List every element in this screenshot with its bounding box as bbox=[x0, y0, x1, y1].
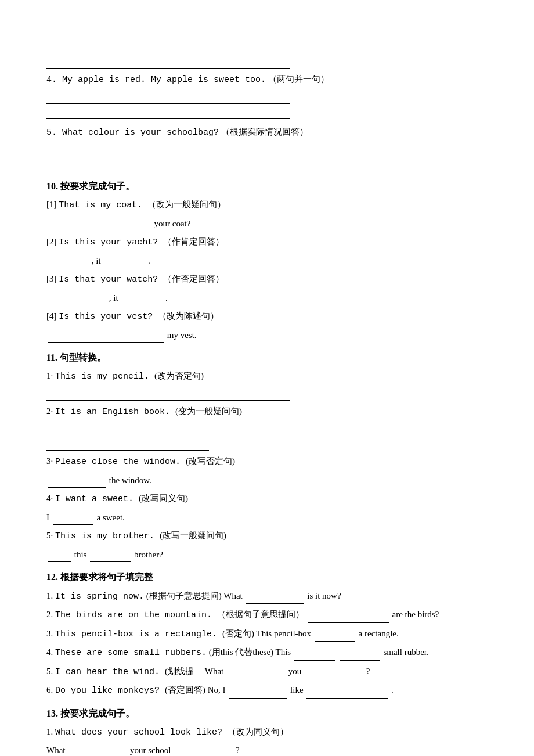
s11-q2: 2· It is an English book. (变为一般疑问句) bbox=[46, 404, 488, 420]
s12-q1: 1. It is spring now. (根据句子意思提问) What is … bbox=[46, 589, 488, 604]
q4-text: 4. My apple is red. My apple is sweet to… bbox=[46, 72, 488, 88]
s10-q3-text: , it bbox=[109, 293, 121, 303]
q5-instruction: （根据实际情况回答） bbox=[221, 127, 308, 136]
question-5: 5. What colour is your schoolbag? （根据实际情… bbox=[46, 125, 488, 172]
s10-q2: [2] Is this your yacht? （作肯定回答） bbox=[46, 235, 488, 250]
section-10: 10. 按要求完成句子。 [1] That is my coat. （改为一般疑… bbox=[46, 178, 488, 343]
s11-q3-sentence: Please close the window. bbox=[55, 457, 186, 467]
s10-q4-id: [4] bbox=[46, 311, 57, 321]
s10-q4-instruction: （改为陈述句） bbox=[158, 311, 219, 321]
s11-q4-i: I bbox=[46, 513, 49, 522]
s12-q3-blank bbox=[315, 641, 355, 642]
s12-q2: 2. The birds are on the mountain. （根据句子意… bbox=[46, 607, 488, 623]
s10-q2-answer: , it . bbox=[46, 254, 488, 269]
s12-q4-instruction: (用this 代替these) bbox=[209, 647, 276, 657]
s11-q2-num: 2· bbox=[46, 406, 53, 416]
section-12-title: 12. 根据要求将句子填完整 bbox=[46, 569, 488, 585]
s10-q3-instruction: （作否定回答） bbox=[163, 274, 224, 283]
s12-q6-blank1 bbox=[229, 698, 287, 699]
s11-q3-instruction: (改写否定句) bbox=[186, 456, 235, 466]
s11-q4-sentence: I want a sweet. bbox=[55, 494, 139, 504]
section-11: 11. 句型转换。 1· This is my pencil. (改为否定句) … bbox=[46, 350, 488, 562]
section-13: 13. 按要求完成句子。 1. What does your school lo… bbox=[46, 705, 488, 756]
s12-q5-you: you bbox=[288, 667, 304, 676]
s11-q3-blank1 bbox=[48, 487, 106, 488]
s11-q2-line2 bbox=[46, 438, 209, 451]
s12-q6-num: 6. bbox=[46, 685, 55, 694]
s11-q5-answer: this brother? bbox=[46, 548, 488, 563]
s11-q3: 3· Please close the window. (改写否定句) bbox=[46, 454, 488, 470]
s12-q6-blank2 bbox=[306, 698, 388, 699]
s10-q1-instruction: （改为一般疑问句） bbox=[147, 200, 226, 209]
s12-q4-sentence: These are some small rubbers. bbox=[55, 648, 207, 658]
top-answer-lines bbox=[46, 26, 488, 69]
s11-q4-text: a sweet. bbox=[97, 513, 125, 522]
s12-q4-end: small rubber. bbox=[383, 647, 428, 657]
s13-q1-end: ? bbox=[236, 746, 240, 755]
s11-q5: 5· This is my brother. (改写一般疑问句) bbox=[46, 528, 488, 544]
q5-line-2 bbox=[46, 159, 290, 171]
s10-q3: [3] Is that your watch? （作否定回答） bbox=[46, 272, 488, 287]
s11-q4: 4· I want a sweet. (改写同义句) bbox=[46, 491, 488, 507]
s10-q1: [1] That is my coat. （改为一般疑问句） bbox=[46, 197, 488, 213]
s12-q1-instruction: (根据句子意思提问) bbox=[146, 591, 223, 600]
s12-q6-sentence: Do you like monkeys? bbox=[55, 686, 165, 696]
s10-q2-blank1 bbox=[48, 268, 88, 268]
s11-q1-sentence: This is my pencil. bbox=[55, 372, 154, 381]
s10-q3-answer: , it . bbox=[46, 291, 488, 306]
s13-q1-answer: What your school ? bbox=[46, 743, 488, 756]
s12-q6-no: No, I bbox=[208, 685, 228, 694]
s11-q5-text: brother? bbox=[134, 550, 163, 559]
s12-q5-blank2 bbox=[305, 679, 363, 679]
s11-q4-instruction: (改写同义句) bbox=[139, 494, 188, 503]
s10-q1-blank2 bbox=[93, 231, 151, 231]
top-line-3 bbox=[46, 56, 290, 69]
s12-q5-num: 5. bbox=[46, 667, 55, 676]
s12-q1-what: What bbox=[223, 591, 242, 600]
s10-q3-blank1 bbox=[48, 305, 106, 305]
s10-q2-instruction: （作肯定回答） bbox=[163, 237, 224, 246]
s11-q4-answer: I a sweet. bbox=[46, 510, 488, 525]
s10-q2-text: , it bbox=[92, 256, 103, 265]
q5-line-1 bbox=[46, 143, 290, 156]
s10-q2-sentence: Is this your yacht? bbox=[59, 237, 163, 247]
section-11-title: 11. 句型转换。 bbox=[46, 350, 488, 365]
section-10-title: 10. 按要求完成句子。 bbox=[46, 178, 488, 194]
s10-q1-blank1 bbox=[48, 231, 88, 231]
s10-q1-answer: your coat? bbox=[46, 217, 488, 232]
s12-q5-instruction: (划线提 bbox=[165, 667, 203, 676]
s11-q1-instruction: (改为否定句) bbox=[154, 371, 204, 380]
s11-q2-line1 bbox=[46, 423, 290, 435]
s12-q4-blank2 bbox=[340, 660, 380, 661]
s11-q5-blank1 bbox=[48, 561, 71, 562]
s11-q5-sentence: This is my brother. bbox=[55, 531, 160, 541]
s10-q4-text: my vest. bbox=[167, 330, 197, 340]
s11-q5-blank2 bbox=[90, 561, 131, 562]
s12-q6-instruction: (否定回答) bbox=[165, 685, 208, 694]
s11-q3-answer: the window. bbox=[46, 473, 488, 488]
s10-q1-text: your coat? bbox=[154, 219, 191, 228]
s10-q3-sentence: Is that your watch? bbox=[59, 275, 163, 285]
s10-q1-sentence: That is my coat. bbox=[59, 200, 147, 210]
s13-q1: 1. What does your school look like? （改为同… bbox=[46, 725, 488, 740]
s12-q3-num: 3. bbox=[46, 629, 55, 638]
s12-q4-this: This bbox=[276, 647, 293, 657]
s12-q4-blank1 bbox=[294, 660, 335, 661]
s12-q6-end: . bbox=[391, 685, 394, 694]
s12-q5-sentence: I can hear the wind. bbox=[55, 667, 165, 677]
s10-q2-id: [2] bbox=[46, 237, 57, 246]
s12-q1-num: 1. bbox=[46, 591, 55, 600]
s11-q4-blank1 bbox=[53, 524, 93, 525]
s10-q1-id: [1] bbox=[46, 200, 57, 209]
s13-q1-what: What bbox=[46, 746, 67, 755]
s12-q5-blank1 bbox=[227, 679, 285, 679]
s13-q1-sentence: What does your school look like? bbox=[55, 728, 228, 737]
s12-q5-end: ? bbox=[366, 667, 370, 676]
s12-q3-sentence: This pencil-box is a rectangle. bbox=[55, 629, 222, 639]
s12-q1-end: is it now? bbox=[307, 591, 341, 600]
s12-q2-num: 2. bbox=[46, 610, 55, 619]
s11-q5-num: 5· bbox=[46, 531, 53, 540]
s11-q5-instruction: (改写一般疑问句) bbox=[160, 531, 226, 540]
s12-q4-num: 4. bbox=[46, 647, 55, 657]
s11-q4-num: 4· bbox=[46, 494, 53, 503]
